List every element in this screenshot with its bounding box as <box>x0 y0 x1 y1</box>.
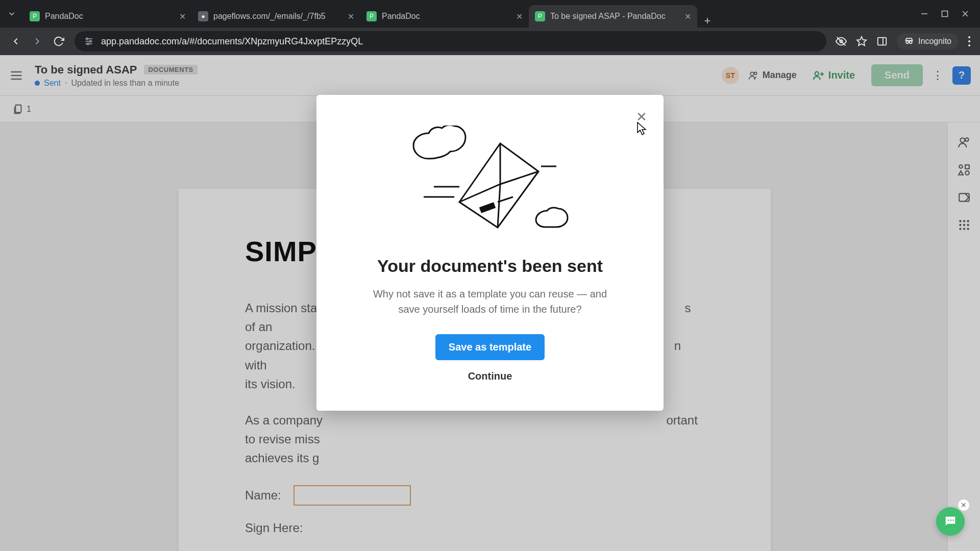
side-panel-icon[interactable] <box>876 36 888 47</box>
modal-body: Why not save it as a template you can re… <box>368 286 612 317</box>
browser-tabs: P PandaDoc ✕ ● pageflows.com/_/emails/_/… <box>23 0 910 28</box>
bookmark-star-icon[interactable] <box>856 36 867 47</box>
favicon-icon: ● <box>198 11 208 21</box>
tab-title: To be signed ASAP - PandaDoc <box>550 12 679 21</box>
continue-button[interactable]: Continue <box>468 370 512 382</box>
url-text: app.pandadoc.com/a/#/documents/XNpzmyuRG… <box>101 36 363 47</box>
svg-point-52 <box>948 519 949 521</box>
save-as-template-button[interactable]: Save as template <box>435 334 545 360</box>
tab-title: PandaDoc <box>45 12 174 21</box>
browser-tab[interactable]: P To be signed ASAP - PandaDoc ✕ <box>529 5 697 28</box>
browser-menu-icon[interactable] <box>968 36 971 47</box>
svg-point-16 <box>910 41 912 43</box>
svg-point-20 <box>968 44 970 46</box>
minimize-icon[interactable] <box>921 10 928 17</box>
close-window-icon[interactable] <box>962 10 969 17</box>
site-settings-icon[interactable] <box>84 36 94 46</box>
svg-point-8 <box>90 40 91 42</box>
browser-tab[interactable]: P PandaDoc ✕ <box>23 5 192 28</box>
chat-dismiss-button[interactable]: ✕ <box>958 499 970 511</box>
svg-marker-12 <box>857 37 866 45</box>
favicon-icon: P <box>366 11 377 21</box>
reload-icon[interactable] <box>53 36 64 47</box>
favicon-icon: P <box>30 11 40 21</box>
modal-title: Your document's been sent <box>342 256 638 276</box>
incognito-badge[interactable]: Incognito <box>897 33 959 49</box>
eye-off-icon[interactable] <box>836 36 847 47</box>
svg-rect-1 <box>942 11 948 17</box>
svg-rect-47 <box>479 202 496 213</box>
maximize-icon[interactable] <box>941 10 948 17</box>
chat-widget-button[interactable] <box>936 507 965 536</box>
browser-tab[interactable]: ● pageflows.com/_/emails/_/7fb5 ✕ <box>192 5 360 28</box>
browser-tab[interactable]: P PandaDoc ✕ <box>360 5 529 28</box>
tab-title: PandaDoc <box>382 12 511 21</box>
svg-point-7 <box>86 38 88 39</box>
svg-point-15 <box>906 41 909 43</box>
forward-icon[interactable] <box>32 36 43 47</box>
close-icon[interactable]: ✕ <box>516 12 523 21</box>
url-input[interactable]: app.pandadoc.com/a/#/documents/XNpzmyuRG… <box>75 31 826 52</box>
incognito-label: Incognito <box>918 37 951 46</box>
window-controls <box>910 0 980 28</box>
new-tab-button[interactable]: + <box>697 14 718 28</box>
app-viewport: To be signed ASAP DOCUMENTS Sent · Updat… <box>0 55 980 551</box>
svg-point-18 <box>968 36 970 38</box>
browser-titlebar: P PandaDoc ✕ ● pageflows.com/_/emails/_/… <box>0 0 980 28</box>
svg-point-19 <box>968 40 970 42</box>
back-icon[interactable] <box>10 36 21 47</box>
tab-title: pageflows.com/_/emails/_/7fb5 <box>213 12 342 21</box>
modal-close-button[interactable]: ✕ <box>636 109 647 125</box>
close-icon[interactable]: ✕ <box>684 12 691 21</box>
browser-address-bar: app.pandadoc.com/a/#/documents/XNpzmyuRG… <box>0 28 980 55</box>
svg-point-53 <box>950 519 952 521</box>
close-icon[interactable]: ✕ <box>179 12 186 21</box>
svg-point-9 <box>87 43 89 44</box>
close-icon[interactable]: ✕ <box>348 12 354 21</box>
favicon-icon: P <box>535 11 545 21</box>
tab-search-dropdown[interactable] <box>0 0 23 28</box>
document-sent-modal: ✕ <box>316 95 664 411</box>
svg-rect-13 <box>878 38 887 45</box>
envelope-illustration-icon <box>398 126 582 238</box>
modal-overlay[interactable]: ✕ <box>0 55 980 551</box>
svg-point-54 <box>952 519 954 521</box>
